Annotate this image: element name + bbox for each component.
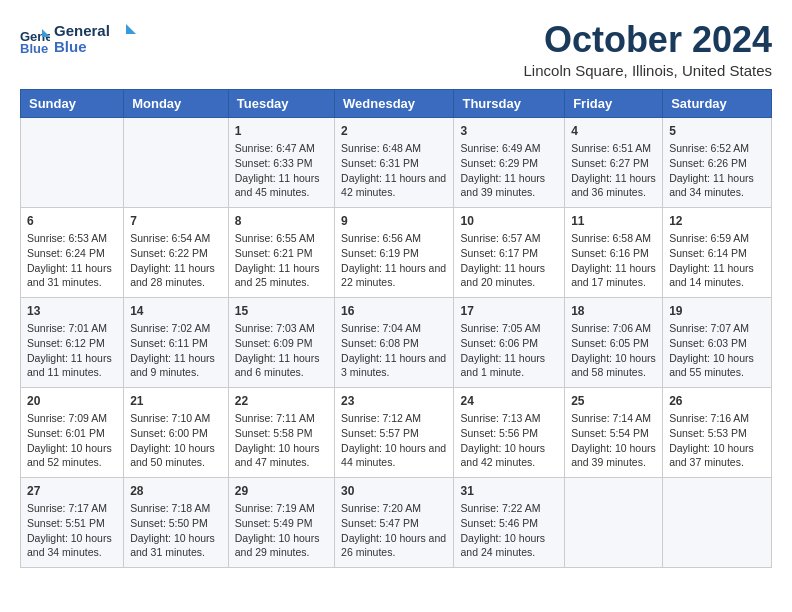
day-number: 21 (130, 393, 222, 410)
day-info: Sunset: 6:27 PM (571, 156, 656, 171)
day-info: Daylight: 10 hours and 29 minutes. (235, 531, 328, 560)
day-cell: 22Sunrise: 7:11 AMSunset: 5:58 PMDayligh… (228, 387, 334, 477)
logo: General Blue General Blue (20, 20, 144, 62)
day-cell: 31Sunrise: 7:22 AMSunset: 5:46 PMDayligh… (454, 477, 565, 567)
day-cell (21, 117, 124, 207)
day-info: Sunrise: 7:12 AM (341, 411, 447, 426)
day-cell (124, 117, 229, 207)
day-info: Sunset: 6:24 PM (27, 246, 117, 261)
day-cell: 10Sunrise: 6:57 AMSunset: 6:17 PMDayligh… (454, 207, 565, 297)
day-info: Sunrise: 6:59 AM (669, 231, 765, 246)
logo-icon: General Blue (20, 27, 50, 55)
day-info: Daylight: 11 hours and 28 minutes. (130, 261, 222, 290)
calendar-body: 1Sunrise: 6:47 AMSunset: 6:33 PMDaylight… (21, 117, 772, 567)
day-info: Daylight: 10 hours and 37 minutes. (669, 441, 765, 470)
day-info: Sunrise: 7:02 AM (130, 321, 222, 336)
day-info: Sunrise: 7:16 AM (669, 411, 765, 426)
day-info: Daylight: 10 hours and 24 minutes. (460, 531, 558, 560)
day-number: 28 (130, 483, 222, 500)
day-info: Sunrise: 7:07 AM (669, 321, 765, 336)
day-cell: 17Sunrise: 7:05 AMSunset: 6:06 PMDayligh… (454, 297, 565, 387)
day-cell: 2Sunrise: 6:48 AMSunset: 6:31 PMDaylight… (335, 117, 454, 207)
day-number: 25 (571, 393, 656, 410)
day-cell: 9Sunrise: 6:56 AMSunset: 6:19 PMDaylight… (335, 207, 454, 297)
day-number: 16 (341, 303, 447, 320)
day-info: Daylight: 10 hours and 50 minutes. (130, 441, 222, 470)
day-info: Daylight: 11 hours and 11 minutes. (27, 351, 117, 380)
day-info: Daylight: 11 hours and 31 minutes. (27, 261, 117, 290)
calendar-header: SundayMondayTuesdayWednesdayThursdayFrid… (21, 89, 772, 117)
month-title: October 2024 (524, 20, 772, 60)
day-cell: 23Sunrise: 7:12 AMSunset: 5:57 PMDayligh… (335, 387, 454, 477)
day-info: Daylight: 11 hours and 22 minutes. (341, 261, 447, 290)
day-info: Daylight: 11 hours and 39 minutes. (460, 171, 558, 200)
day-info: Sunrise: 7:11 AM (235, 411, 328, 426)
header-cell-friday: Friday (565, 89, 663, 117)
day-info: Sunrise: 6:54 AM (130, 231, 222, 246)
day-info: Daylight: 10 hours and 42 minutes. (460, 441, 558, 470)
day-info: Sunset: 6:17 PM (460, 246, 558, 261)
svg-text:Blue: Blue (54, 38, 87, 55)
day-info: Daylight: 11 hours and 36 minutes. (571, 171, 656, 200)
title-section: October 2024 Lincoln Square, Illinois, U… (524, 20, 772, 79)
day-info: Sunrise: 7:03 AM (235, 321, 328, 336)
day-info: Sunset: 5:49 PM (235, 516, 328, 531)
day-info: Daylight: 10 hours and 34 minutes. (27, 531, 117, 560)
day-info: Sunrise: 6:57 AM (460, 231, 558, 246)
day-info: Sunset: 6:12 PM (27, 336, 117, 351)
day-info: Sunrise: 6:58 AM (571, 231, 656, 246)
day-info: Sunrise: 7:06 AM (571, 321, 656, 336)
day-info: Daylight: 11 hours and 6 minutes. (235, 351, 328, 380)
day-cell: 7Sunrise: 6:54 AMSunset: 6:22 PMDaylight… (124, 207, 229, 297)
day-info: Sunrise: 7:13 AM (460, 411, 558, 426)
day-cell: 5Sunrise: 6:52 AMSunset: 6:26 PMDaylight… (663, 117, 772, 207)
page-header: General Blue General Blue October 2024 L… (20, 20, 772, 79)
day-info: Sunset: 6:03 PM (669, 336, 765, 351)
day-info: Sunset: 5:51 PM (27, 516, 117, 531)
week-row-0: 1Sunrise: 6:47 AMSunset: 6:33 PMDaylight… (21, 117, 772, 207)
day-info: Sunset: 5:46 PM (460, 516, 558, 531)
day-info: Daylight: 11 hours and 42 minutes. (341, 171, 447, 200)
week-row-3: 20Sunrise: 7:09 AMSunset: 6:01 PMDayligh… (21, 387, 772, 477)
day-number: 27 (27, 483, 117, 500)
day-number: 7 (130, 213, 222, 230)
day-number: 3 (460, 123, 558, 140)
day-number: 5 (669, 123, 765, 140)
week-row-1: 6Sunrise: 6:53 AMSunset: 6:24 PMDaylight… (21, 207, 772, 297)
day-cell (565, 477, 663, 567)
day-info: Sunset: 6:33 PM (235, 156, 328, 171)
day-cell: 28Sunrise: 7:18 AMSunset: 5:50 PMDayligh… (124, 477, 229, 567)
day-cell: 15Sunrise: 7:03 AMSunset: 6:09 PMDayligh… (228, 297, 334, 387)
day-cell: 3Sunrise: 6:49 AMSunset: 6:29 PMDaylight… (454, 117, 565, 207)
day-number: 9 (341, 213, 447, 230)
day-cell: 4Sunrise: 6:51 AMSunset: 6:27 PMDaylight… (565, 117, 663, 207)
day-info: Sunrise: 7:17 AM (27, 501, 117, 516)
day-info: Daylight: 10 hours and 44 minutes. (341, 441, 447, 470)
header-cell-tuesday: Tuesday (228, 89, 334, 117)
day-info: Sunset: 6:06 PM (460, 336, 558, 351)
day-number: 30 (341, 483, 447, 500)
header-row: SundayMondayTuesdayWednesdayThursdayFrid… (21, 89, 772, 117)
day-cell: 20Sunrise: 7:09 AMSunset: 6:01 PMDayligh… (21, 387, 124, 477)
day-info: Daylight: 10 hours and 47 minutes. (235, 441, 328, 470)
day-cell: 27Sunrise: 7:17 AMSunset: 5:51 PMDayligh… (21, 477, 124, 567)
day-info: Sunrise: 7:04 AM (341, 321, 447, 336)
day-info: Sunrise: 7:01 AM (27, 321, 117, 336)
day-info: Daylight: 10 hours and 31 minutes. (130, 531, 222, 560)
header-cell-saturday: Saturday (663, 89, 772, 117)
day-number: 8 (235, 213, 328, 230)
day-number: 20 (27, 393, 117, 410)
day-cell: 6Sunrise: 6:53 AMSunset: 6:24 PMDaylight… (21, 207, 124, 297)
day-number: 1 (235, 123, 328, 140)
day-number: 23 (341, 393, 447, 410)
day-number: 18 (571, 303, 656, 320)
day-info: Daylight: 10 hours and 26 minutes. (341, 531, 447, 560)
day-info: Sunset: 5:53 PM (669, 426, 765, 441)
day-info: Sunset: 6:08 PM (341, 336, 447, 351)
day-info: Sunrise: 6:51 AM (571, 141, 656, 156)
day-info: Sunrise: 7:14 AM (571, 411, 656, 426)
day-number: 13 (27, 303, 117, 320)
day-cell: 26Sunrise: 7:16 AMSunset: 5:53 PMDayligh… (663, 387, 772, 477)
day-info: Sunrise: 7:10 AM (130, 411, 222, 426)
day-info: Daylight: 11 hours and 3 minutes. (341, 351, 447, 380)
